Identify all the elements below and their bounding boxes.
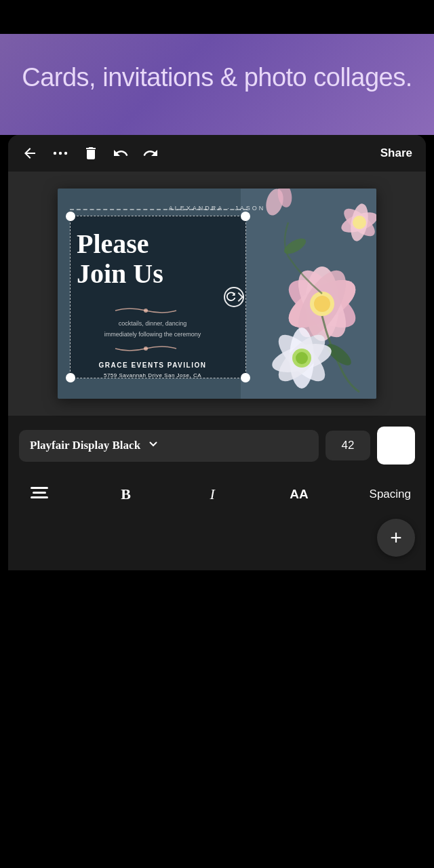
redo-icon[interactable]	[142, 145, 159, 161]
svg-point-0	[54, 152, 56, 155]
venue-address: 5759 Savannah Drive San Jose, CA	[78, 372, 227, 380]
editor-toolbar: Share	[8, 135, 426, 172]
editor-panel: Share	[8, 135, 426, 570]
body-text: cocktails, dinner, dancing immediately f…	[78, 319, 227, 340]
svg-point-2	[64, 152, 67, 155]
svg-rect-29	[31, 496, 48, 498]
color-swatch[interactable]	[377, 427, 415, 465]
heading-line2: Join Us	[77, 259, 163, 289]
venue-name: GRACE EVENTS PAVILION	[78, 360, 227, 370]
svg-point-14	[353, 216, 366, 229]
svg-point-26	[144, 347, 148, 351]
spacing-button[interactable]: Spacing	[370, 488, 411, 501]
font-selector[interactable]: Playfair Display Black	[19, 430, 319, 462]
ornament-top	[92, 305, 200, 318]
bold-button[interactable]: B	[110, 481, 142, 508]
toolbar-left	[22, 144, 159, 162]
status-bar	[0, 0, 434, 34]
share-button[interactable]: Share	[380, 146, 412, 160]
venue-text: GRACE EVENTS PAVILION 5759 Savannah Driv…	[78, 360, 227, 380]
more-icon[interactable]	[52, 144, 69, 162]
heading-line1: Please	[77, 229, 163, 259]
format-row: B I AA Spacing	[19, 474, 415, 519]
body-text-line2: immediately following the ceremony	[104, 331, 201, 338]
add-button[interactable]: +	[377, 519, 415, 557]
svg-point-24	[296, 352, 308, 364]
hero-section: Cards, invitations & photo collages.	[0, 34, 434, 135]
fab-area: +	[8, 519, 426, 570]
canvas-area: ALEXANDRA · JASON Please Join Us cocktai…	[8, 172, 426, 416]
italic-button[interactable]: I	[196, 481, 229, 508]
svg-point-1	[59, 152, 62, 155]
invitation-card[interactable]: ALEXANDRA · JASON Please Join Us cocktai…	[58, 189, 376, 399]
undo-icon[interactable]	[113, 145, 129, 161]
hero-text: Cards, invitations & photo collages.	[20, 61, 414, 94]
svg-point-10	[314, 296, 330, 312]
body-text-line1: cocktails, dinner, dancing	[119, 320, 187, 327]
svg-rect-27	[31, 487, 48, 489]
font-row: Playfair Display Black 42	[19, 427, 415, 465]
align-button[interactable]	[23, 481, 56, 508]
aa-button[interactable]: AA	[283, 481, 315, 508]
delete-icon[interactable]	[83, 145, 99, 161]
svg-rect-28	[33, 492, 46, 494]
font-name: Playfair Display Black	[30, 439, 140, 452]
handle-top-left[interactable]	[66, 212, 75, 221]
font-size-box[interactable]: 42	[326, 431, 370, 460]
names-header: ALEXANDRA · JASON	[169, 205, 266, 212]
handle-bottom-left[interactable]	[66, 373, 75, 382]
back-icon[interactable]	[22, 145, 38, 161]
chevron-down-icon	[147, 438, 159, 454]
bottom-toolbar: Playfair Display Black 42 B I	[8, 416, 426, 519]
bottom-bar	[0, 570, 434, 591]
floral-background	[241, 189, 376, 399]
svg-point-25	[144, 309, 148, 313]
ornament-bottom	[92, 343, 200, 356]
